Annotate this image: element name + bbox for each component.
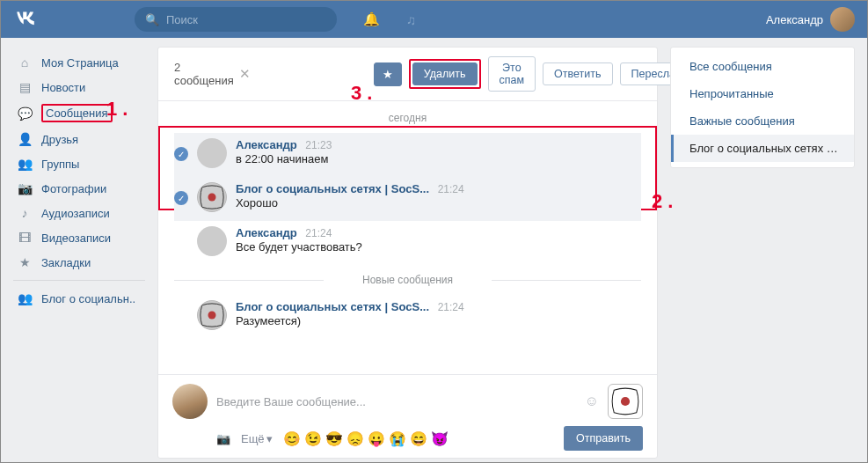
message-time: 21:23: [305, 139, 332, 151]
nav-bookmarks[interactable]: ★ Закладки: [13, 250, 145, 275]
compose-area: ☺ 📷 Ещё ▾ 😊 😉 😎 😞 😛 😭 😄 😈: [158, 374, 657, 458]
message-sender[interactable]: Блог о социальных сетях | SocS...: [236, 300, 429, 313]
star-button[interactable]: ★: [374, 62, 402, 86]
header-user[interactable]: Александр: [766, 7, 855, 32]
search-icon: 🔍: [145, 13, 159, 26]
svg-point-2: [621, 397, 630, 406]
filter-unread[interactable]: Непрочитанные: [671, 80, 854, 107]
nav-messages[interactable]: 💬 Сообщения: [13, 99, 145, 127]
date-separator: сегодня: [174, 112, 641, 124]
emoji[interactable]: 😄: [410, 430, 427, 447]
nav-groups[interactable]: 👥 Группы: [13, 151, 145, 176]
message-text: Все будет участвовать?: [236, 240, 641, 254]
filter-all[interactable]: Все сообщения: [671, 53, 854, 80]
nav-label: Сообщения: [41, 104, 113, 122]
group-icon: 👥: [17, 156, 33, 172]
nav-photos[interactable]: 📷 Фотографии: [13, 176, 145, 201]
video-icon: 🎞: [17, 230, 33, 246]
message-sender[interactable]: Блог о социальных сетях | SocS...: [236, 182, 429, 195]
delete-highlight: Удалить: [409, 59, 481, 89]
send-button[interactable]: Отправить: [564, 426, 643, 451]
app-header: 🔍 🔔 ♫ Александр: [1, 1, 867, 38]
nav-audio[interactable]: ♪ Аудиозаписи: [13, 201, 145, 225]
home-icon: ⌂: [17, 55, 33, 70]
message-row[interactable]: ✓ Блог о социальных сетях | SocS... 21:2…: [174, 177, 641, 221]
delete-button[interactable]: Удалить: [412, 62, 478, 85]
message-input[interactable]: [216, 395, 576, 408]
selection-toolbar: 2 сообщения ✕ ★ Удалить Это спам Ответит…: [158, 48, 657, 101]
message-text: Разумеется): [236, 314, 641, 327]
nav-label: Моя Страница: [41, 56, 119, 70]
new-messages-separator: Новые сообщения: [174, 274, 641, 286]
check-icon: ✓: [174, 147, 188, 161]
message-time: 21:24: [438, 301, 464, 313]
spam-button[interactable]: Это спам: [488, 56, 536, 92]
emoji[interactable]: 😉: [304, 430, 322, 447]
message-row[interactable]: Александр 21:24 Все будет участвовать?: [174, 221, 641, 265]
avatar: [197, 138, 227, 168]
nav-label: Группы: [41, 158, 79, 171]
group-icon: 👥: [17, 290, 33, 306]
nav-blog[interactable]: 👥 Блог о социальн..: [13, 286, 145, 311]
message-time: 21:24: [305, 227, 332, 239]
nav-label: Фотографии: [41, 182, 106, 195]
emoji-row: 😊 😉 😎 😞 😛 😭 😄 😈: [283, 430, 449, 447]
filters-panel: Все сообщения Непрочитанные Важные сообщ…: [670, 47, 855, 168]
nav-divider: [13, 280, 145, 281]
emoji[interactable]: 😎: [325, 430, 343, 447]
message-text: Хорошо: [236, 196, 641, 209]
search-box[interactable]: 🔍: [135, 7, 337, 32]
nav-label: Блог о социальн..: [41, 292, 135, 305]
emoji[interactable]: 😞: [346, 430, 364, 447]
bell-icon[interactable]: 🔔: [363, 11, 380, 27]
nav-my-page[interactable]: ⌂ Моя Страница: [13, 50, 145, 75]
emoji[interactable]: 😈: [431, 430, 449, 447]
user-icon: 👤: [17, 131, 33, 147]
audio-icon: ♪: [17, 205, 33, 221]
attach-more[interactable]: Ещё ▾: [241, 432, 273, 445]
filter-important[interactable]: Важные сообщения: [671, 107, 854, 135]
nav-friends[interactable]: 👤 Друзья: [13, 127, 145, 151]
nav-label: Друзья: [41, 133, 78, 146]
message-time: 21:24: [438, 183, 464, 195]
message-sender[interactable]: Александр: [236, 226, 297, 239]
messages-panel: 2 сообщения ✕ ★ Удалить Это спам Ответит…: [157, 47, 658, 459]
search-input[interactable]: [166, 13, 314, 26]
selection-count: 2 сообщения ✕: [174, 61, 251, 87]
nav-label: Закладки: [41, 256, 91, 269]
message-row[interactable]: ✓ Александр 21:23 в 22:00 начинаем: [174, 133, 641, 177]
emoji[interactable]: 😊: [283, 430, 301, 447]
nav-news[interactable]: ▤ Новости: [13, 75, 145, 99]
emoji-open-icon[interactable]: ☺: [585, 393, 599, 409]
reply-button[interactable]: Ответить: [543, 62, 612, 85]
news-icon: ▤: [17, 79, 33, 95]
camera-icon: 📷: [17, 180, 33, 196]
emoji[interactable]: 😛: [368, 430, 385, 447]
nav-label: Аудиозаписи: [41, 207, 110, 220]
message-list: сегодня ✓ Александр 21:23 в 22:00 начина…: [158, 101, 657, 374]
star-icon: ★: [17, 254, 33, 270]
nav-label: Новости: [41, 81, 85, 94]
chevron-down-icon: ▾: [266, 432, 273, 445]
nav-label: Видеозаписи: [41, 232, 111, 245]
emoji[interactable]: 😭: [389, 430, 406, 447]
svg-point-1: [208, 312, 216, 320]
my-avatar: [172, 384, 208, 419]
message-row[interactable]: Блог о социальных сетях | SocS... 21:24 …: [174, 295, 641, 339]
left-nav: ⌂ Моя Страница ▤ Новости 💬 Сообщения 👤 Д…: [13, 47, 145, 459]
attach-photo-icon[interactable]: 📷: [216, 432, 230, 445]
message-icon: 💬: [17, 106, 33, 121]
filter-blog[interactable]: Блог о социальных сетях | ...: [671, 135, 854, 162]
header-username: Александр: [766, 13, 823, 26]
avatar: [197, 182, 227, 212]
avatar: [197, 226, 227, 256]
music-icon[interactable]: ♫: [406, 12, 416, 27]
message-sender[interactable]: Александр: [236, 138, 297, 151]
avatar: [830, 7, 855, 32]
vk-logo[interactable]: [13, 7, 38, 32]
recipient-avatar[interactable]: [608, 384, 643, 419]
avatar: [197, 300, 227, 330]
nav-video[interactable]: 🎞 Видеозаписи: [13, 225, 145, 250]
clear-selection-icon[interactable]: ✕: [239, 66, 251, 82]
svg-point-0: [208, 194, 216, 202]
